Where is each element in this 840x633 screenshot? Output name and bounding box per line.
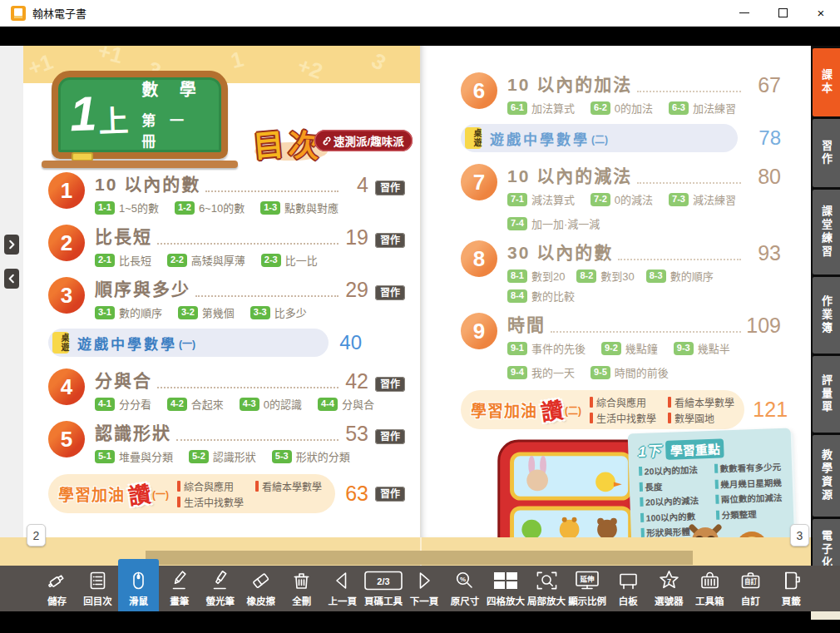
section-link[interactable]: 3-2第幾個 (178, 304, 235, 320)
number-picker-button[interactable]: 7 選號器 (649, 566, 689, 611)
sidebar-tab-homework-book[interactable]: 作業簿 (813, 277, 840, 354)
section-link[interactable]: 8-3數的順序 (646, 268, 714, 284)
sidebar-tab-class-practice[interactable]: 課堂練習 (813, 190, 840, 274)
section-link[interactable]: 4-4分與合 (318, 396, 374, 412)
section-link[interactable]: 4-1分分看 (95, 396, 151, 412)
section-link[interactable]: 3-1數的順序 (95, 304, 162, 320)
whiteboard-button[interactable]: 白板 (608, 566, 649, 611)
original-size-button[interactable]: % 原尺寸 (444, 566, 485, 611)
section-link[interactable]: 7-20的減法 (590, 191, 653, 207)
chapter-page-number[interactable]: 93 (746, 243, 781, 264)
section-link[interactable]: 5-2認識形狀 (189, 448, 256, 464)
workbook-badge[interactable]: 習作 (375, 487, 405, 502)
chapter-title[interactable]: 10 以內的加法 (507, 71, 632, 96)
chapter-title[interactable]: 10 以內的數 (95, 171, 200, 195)
section-link[interactable]: 9-5時間的前後 (590, 364, 669, 380)
horizontal-scrollbar[interactable] (146, 551, 693, 565)
section-link[interactable]: 5-3形狀的分類 (272, 448, 350, 464)
boost-page-number[interactable]: 121 (753, 398, 788, 422)
section-link[interactable]: 3-3比多少 (250, 304, 307, 320)
learning-boost-link[interactable]: 學習加油 讚 (一) 綜合與應用 看繪本學數學 生活中找數學 (48, 474, 335, 513)
chapter-page-number[interactable]: 67 (746, 75, 781, 96)
boost-page-number[interactable]: 63 (343, 482, 368, 506)
toolbox-button[interactable]: 工具箱 (689, 566, 730, 611)
maximize-button[interactable] (763, 0, 802, 26)
minimize-button[interactable] (725, 0, 763, 26)
chapter-number-badge[interactable]: 9 (461, 313, 497, 349)
pen-tool-button[interactable]: 畫筆 (159, 566, 200, 611)
workbook-badge[interactable]: 習作 (375, 377, 405, 392)
chapter-number-badge[interactable]: 3 (48, 277, 85, 314)
chapter-number-badge[interactable]: 4 (48, 368, 85, 405)
chapter-title[interactable]: 10 以內的減法 (507, 162, 632, 187)
chapter-page-number[interactable]: 19 (343, 227, 368, 248)
board-game-link[interactable]: 桌遊 遊戲中學數學 (二) (461, 124, 738, 152)
chapter-page-number[interactable]: 42 (343, 371, 368, 392)
section-link[interactable]: 9-2幾點鐘 (601, 340, 658, 356)
chapter-title[interactable]: 時間 (507, 311, 546, 336)
chapter-number-badge[interactable]: 7 (461, 164, 497, 200)
display-ratio-button[interactable]: 延伸 顯示比例 (567, 566, 608, 611)
chapter-title[interactable]: 認識形狀 (95, 419, 171, 444)
customize-button[interactable]: 自訂 自訂 (730, 566, 771, 611)
learning-boost-link[interactable]: 學習加油 讚 (二) 綜合與應用 看繪本學數學 生活中找數學 數學園地 (461, 390, 744, 429)
sidebar-tab-textbook[interactable]: 課本 (813, 48, 840, 116)
mouse-tool-button[interactable]: 滑鼠 (118, 559, 159, 611)
sidebar-tab-workbook[interactable]: 習作 (813, 119, 840, 187)
chapter-number-badge[interactable]: 5 (48, 421, 85, 457)
section-link[interactable]: 8-2數到30 (576, 268, 634, 284)
panel-collapse-left-button[interactable] (4, 269, 19, 289)
back-to-toc-button[interactable]: 回目次 (77, 566, 118, 611)
chapter-page-number[interactable]: 80 (746, 166, 781, 187)
section-link[interactable]: 4-30的認識 (240, 396, 302, 412)
section-link[interactable]: 8-4數的比較 (507, 288, 575, 304)
page-number-tab-left[interactable]: 2 (27, 524, 46, 546)
section-link[interactable]: 6-3加法練習 (669, 100, 736, 116)
delete-all-button[interactable]: 全刪 (281, 566, 322, 611)
save-button[interactable]: 儲存 (37, 566, 77, 611)
chapter-title[interactable]: 順序與多少 (95, 275, 190, 300)
sidebar-tab-assessment[interactable]: 評量單 (813, 356, 840, 433)
section-link[interactable]: 6-1加法算式 (507, 100, 575, 116)
chapter-page-number[interactable]: 4 (343, 175, 368, 195)
section-link[interactable]: 7-1減法算式 (507, 191, 575, 207)
workbook-badge[interactable]: 習作 (375, 285, 405, 300)
section-link[interactable]: 7-3減法練習 (669, 191, 736, 207)
section-link[interactable]: 9-1事件的先後 (507, 340, 586, 356)
chapter-title[interactable]: 比長短 (95, 223, 152, 248)
chapter-number-badge[interactable]: 2 (48, 225, 85, 261)
section-link[interactable]: 9-3幾點半 (674, 340, 730, 356)
sidebar-tab-teaching-resources[interactable]: 教學資源 (813, 435, 840, 517)
quick-link-button[interactable]: 速測派/趣味派 (314, 130, 413, 151)
section-link[interactable]: 5-1堆疊與分類 (95, 448, 173, 464)
chapter-title[interactable]: 30 以內的數 (507, 239, 613, 264)
chapter-page-number[interactable]: 109 (746, 315, 781, 336)
page-bookmark-button[interactable]: 頁籤 (771, 566, 812, 611)
chapter-number-badge[interactable]: 8 (461, 240, 497, 277)
section-link[interactable]: 1-3點數與對應 (260, 200, 338, 215)
workbook-badge[interactable]: 習作 (375, 181, 405, 195)
highlighter-tool-button[interactable]: 螢光筆 (200, 566, 240, 611)
section-link[interactable]: 2-2高矮與厚薄 (167, 252, 245, 268)
chapter-page-number[interactable]: 29 (343, 279, 368, 300)
board-game-link[interactable]: 桌遊 遊戲中學數學 (一) (48, 329, 329, 357)
section-link[interactable]: 9-4我的一天 (507, 364, 575, 380)
section-link[interactable]: 2-3比一比 (261, 252, 318, 268)
section-link[interactable]: 1-11~5的數 (95, 200, 159, 215)
region-zoom-button[interactable]: 局部放大 (526, 566, 567, 611)
board-game-page-number[interactable]: 78 (746, 126, 781, 150)
next-page-button[interactable]: 下一頁 (403, 566, 444, 611)
section-link[interactable]: 2-1比長短 (95, 252, 151, 268)
section-link[interactable]: 1-26~10的數 (175, 200, 245, 215)
chapter-number-badge[interactable]: 6 (461, 72, 497, 109)
section-link[interactable]: 7-4加一加·減一減 (507, 215, 600, 231)
chapter-title[interactable]: 分與合 (95, 367, 152, 392)
chapter-number-badge[interactable]: 1 (48, 172, 85, 209)
page-number-tool-button[interactable]: 2/3 頁碼工具 (363, 566, 403, 611)
page-number-tab-right[interactable]: 3 (790, 524, 809, 546)
four-grid-zoom-button[interactable]: 四格放大 (486, 566, 526, 611)
section-link[interactable]: 4-2合起來 (167, 396, 224, 412)
chapter-page-number[interactable]: 53 (343, 423, 368, 444)
section-link[interactable]: 8-1數到20 (507, 268, 565, 284)
board-game-page-number[interactable]: 40 (337, 331, 362, 354)
